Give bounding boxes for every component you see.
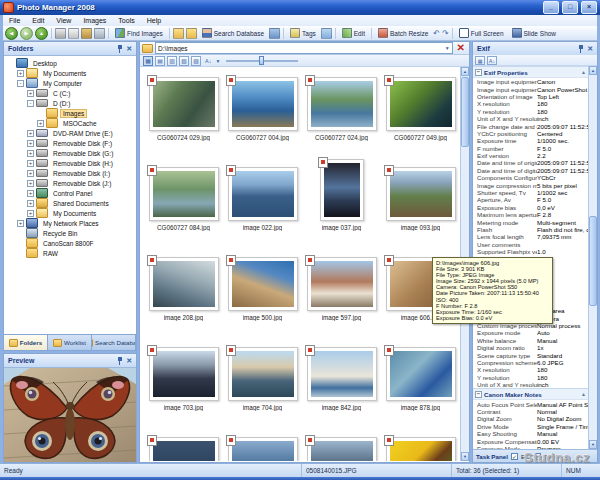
minimize-button[interactable]: _ <box>543 1 559 14</box>
tab-folders[interactable]: Folders <box>4 335 48 350</box>
collapse-icon[interactable]: − <box>475 69 482 76</box>
checkbox-tags[interactable]: ✓ <box>534 453 541 460</box>
sort-az-button[interactable]: A↓ <box>487 56 497 65</box>
tree-item-canoscan-8800f[interactable]: CanoScan 8800F <box>4 238 136 248</box>
tree-item-removable-disk-f[interactable]: +Removable Disk (F:) <box>4 138 136 148</box>
collapse-icon[interactable]: − <box>475 391 482 398</box>
tree-item-c-c[interactable]: +C (C:) <box>4 88 136 98</box>
expand-toggle-icon[interactable]: + <box>17 70 24 77</box>
undo-icon[interactable]: ↶ <box>433 29 440 38</box>
expand-toggle-icon[interactable]: + <box>27 170 34 177</box>
address-input[interactable]: D:\Images ▼ <box>155 42 453 54</box>
cut-icon[interactable] <box>55 28 66 39</box>
tree-item-my-documents[interactable]: +My Documents <box>4 208 136 218</box>
tree-item-removable-disk-h[interactable]: +Removable Disk (H:) <box>4 158 136 168</box>
thumbnail-image-597-jpg[interactable]: image 597.jpg <box>302 247 381 337</box>
scroll-up-icon[interactable]: ▲ <box>461 67 469 76</box>
slide-show-button[interactable]: Slide Show <box>509 27 560 39</box>
tree-item-desktop[interactable]: Desktop <box>4 58 136 68</box>
thumbnail-image-037-jpg[interactable]: image 037.jpg <box>302 157 381 247</box>
tree-item-images[interactable]: Images <box>4 108 136 118</box>
zoom-slider[interactable] <box>226 56 298 65</box>
thumbnail-cg060727-084-jpg[interactable]: CG060727 084.jpg <box>144 157 223 247</box>
tree-item-raw[interactable]: RAW <box>4 248 136 258</box>
tree-item-my-computer[interactable]: -My Computer <box>4 78 136 88</box>
expand-toggle-icon[interactable]: + <box>27 90 34 97</box>
view-details-button[interactable]: ▧ <box>179 56 189 66</box>
expand-toggle-icon[interactable]: + <box>17 220 24 227</box>
expand-toggle-icon[interactable]: + <box>27 150 34 157</box>
thumbnail-row5-19[interactable] <box>381 427 458 461</box>
menu-images[interactable]: Images <box>77 15 112 26</box>
thumbnail-cg060727-024-jpg[interactable]: CG060727 024.jpg <box>302 67 381 157</box>
sort-button[interactable]: A↓ <box>203 58 213 64</box>
thumbnail-cg060727-004-jpg[interactable]: CG060727 004.jpg <box>223 67 302 157</box>
thumbnail-image-704-jpg[interactable]: image 704.jpg <box>223 337 302 427</box>
copy-icon[interactable] <box>68 28 79 39</box>
forward-icon[interactable]: ▶ <box>20 27 33 40</box>
tree-item-removable-disk-j[interactable]: +Removable Disk (J:) <box>4 178 136 188</box>
tree-item-removable-disk-i[interactable]: +Removable Disk (I:) <box>4 168 136 178</box>
exif-scrollbar[interactable]: ▲ ▼ <box>588 66 597 449</box>
menu-edit[interactable]: Edit <box>26 15 50 26</box>
chevron-down-icon[interactable]: ▼ <box>215 58 220 64</box>
thumbnail-image-878-jpg[interactable]: image 878.jpg <box>381 337 458 427</box>
paste-icon[interactable] <box>81 28 92 39</box>
tree-item-shared-documents[interactable]: +Shared Documents <box>4 198 136 208</box>
expand-toggle-icon[interactable]: + <box>27 180 34 187</box>
menu-view[interactable]: View <box>50 15 77 26</box>
database-icon[interactable] <box>269 28 280 39</box>
expand-toggle-icon[interactable]: - <box>17 80 24 87</box>
pin-icon[interactable] <box>578 45 584 53</box>
thumbnail-row5-18[interactable] <box>302 427 381 461</box>
up-icon[interactable]: ▲ <box>35 27 48 40</box>
scrollbar-thumb[interactable] <box>461 77 469 147</box>
expand-toggle-icon[interactable]: + <box>27 160 34 167</box>
menu-help[interactable]: Help <box>141 15 167 26</box>
close-panel-icon[interactable]: ✕ <box>126 357 132 365</box>
expand-toggle-icon[interactable]: + <box>27 130 34 137</box>
print-icon[interactable] <box>94 28 105 39</box>
view-list-button[interactable]: ▥ <box>167 56 177 66</box>
expand-toggle-icon[interactable]: + <box>37 120 44 127</box>
edit-button[interactable]: Edit <box>339 27 368 39</box>
view-thumbnails-button[interactable]: ▦ <box>143 56 153 66</box>
close-button[interactable]: × <box>581 1 597 14</box>
tree-item-control-panel[interactable]: +Control Panel <box>4 188 136 198</box>
new-folder-icon[interactable] <box>173 28 184 39</box>
tab-search-database[interactable]: Search Database <box>92 335 136 350</box>
full-screen-button[interactable]: Full Screen <box>456 27 507 39</box>
back-icon[interactable]: ◀ <box>5 27 18 40</box>
chevron-down-icon[interactable]: ▼ <box>445 45 450 51</box>
tree-item-my-documents[interactable]: +My Documents <box>4 68 136 78</box>
close-folder-button[interactable]: ✕ <box>455 43 467 53</box>
find-images-button[interactable]: Find Images <box>112 27 166 39</box>
thumbnail-image-208-jpg[interactable]: image 208.jpg <box>144 247 223 337</box>
thumbnail-cg060724-029-jpg[interactable]: CG060724 029.jpg <box>144 67 223 157</box>
thumbnail-image-093-jpg[interactable]: image 093.jpg <box>381 157 458 247</box>
scroll-up-icon[interactable]: ▲ <box>589 66 597 75</box>
pin-icon[interactable] <box>117 357 123 365</box>
view-tiles-button[interactable]: ▨ <box>191 56 201 66</box>
scrollbar-thumb[interactable] <box>589 216 597 306</box>
batch-resize-button[interactable]: Batch Resize <box>375 27 431 39</box>
tree-item-dvd-ram-drive-e[interactable]: +DVD-RAM Drive (E:) <box>4 128 136 138</box>
thumbnail-image-842-jpg[interactable]: image 842.jpg <box>302 337 381 427</box>
thumbnail-image-022-jpg[interactable]: image 022.jpg <box>223 157 302 247</box>
tree-item-recycle-bin[interactable]: Recycle Bin <box>4 228 136 238</box>
checkbox-exif[interactable]: ✓ <box>511 453 518 460</box>
tree-item-removable-disk-g[interactable]: +Removable Disk (G:) <box>4 148 136 158</box>
thumbnail-image-500-jpg[interactable]: image 500.jpg <box>223 247 302 337</box>
tree-item-d-d[interactable]: -D (D:) <box>4 98 136 108</box>
close-panel-icon[interactable]: ✕ <box>587 45 593 53</box>
search-database-button[interactable]: Search Database <box>199 27 267 39</box>
menu-file[interactable]: File <box>3 15 26 26</box>
tree-item-msocache[interactable]: +MSOCache <box>4 118 136 128</box>
menu-tools[interactable]: Tools <box>112 15 140 26</box>
thumbnail-row5-16[interactable] <box>144 427 223 461</box>
expand-toggle-icon[interactable]: - <box>27 100 34 107</box>
folder-up-icon[interactable] <box>186 28 197 39</box>
thumbnail-image-703-jpg[interactable]: image 703.jpg <box>144 337 223 427</box>
expand-toggle-icon[interactable]: + <box>27 200 34 207</box>
view-filmstrip-button[interactable]: ▤ <box>155 56 165 66</box>
